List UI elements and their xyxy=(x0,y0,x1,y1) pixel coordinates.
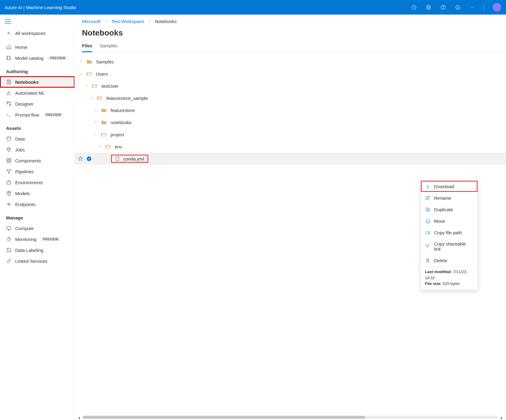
sidebar-endpoints-label: Endpoints xyxy=(15,202,36,207)
jobs-icon xyxy=(6,147,12,152)
sidebar-home[interactable]: Home xyxy=(0,42,74,52)
chevron-down-icon[interactable] xyxy=(88,96,95,100)
sidebar-designer[interactable]: Designer xyxy=(0,98,74,109)
sidebar-prompt-flow[interactable]: Prompt flow PREVIEW xyxy=(0,109,74,120)
help-icon[interactable] xyxy=(440,4,446,10)
delete-icon xyxy=(425,258,430,263)
all-workspaces-label: All workspaces xyxy=(15,31,46,36)
sidebar-model-catalog-label: Model catalog xyxy=(15,56,43,61)
sidebar-environments-label: Environments xyxy=(15,180,43,185)
share-icon xyxy=(425,244,430,249)
folder-open-icon xyxy=(92,83,98,88)
chevron-right-icon[interactable] xyxy=(78,60,84,63)
tree-samples[interactable]: Samples xyxy=(75,56,506,68)
svg-point-3 xyxy=(443,8,443,8)
settings-icon[interactable] xyxy=(426,4,432,10)
back-arrow-icon xyxy=(6,30,12,36)
pipelines-icon xyxy=(6,169,12,174)
feedback-icon[interactable] xyxy=(455,4,461,10)
sidebar-data[interactable]: Data xyxy=(0,133,74,144)
menu-download[interactable]: Download xyxy=(421,181,478,192)
check-badge-icon xyxy=(86,156,92,161)
sidebar-automated-ml[interactable]: Automated ML xyxy=(0,87,74,98)
recent-icon[interactable] xyxy=(411,4,417,10)
section-authoring: Authoring xyxy=(0,63,74,76)
menu-copylink-label: Copy shareable link xyxy=(434,241,474,252)
sidebar-notebooks-label: Notebooks xyxy=(15,80,39,85)
chevron-down-icon[interactable] xyxy=(97,145,103,148)
chevron-right-icon xyxy=(104,19,108,24)
file-tree: Samples Users testUser featurestore_samp… xyxy=(75,52,506,168)
chevron-right-icon[interactable] xyxy=(92,108,99,112)
menu-footer: Last modified: 7/11/23, 14:32 File size:… xyxy=(421,266,478,290)
svg-point-6 xyxy=(458,7,459,7)
sidebar-pipelines[interactable]: Pipelines xyxy=(0,166,74,177)
folder-icon xyxy=(101,120,107,125)
svg-point-1 xyxy=(428,7,429,8)
file-size-label: File size: xyxy=(425,281,442,286)
chevron-down-icon[interactable] xyxy=(78,72,84,76)
chevron-down-icon[interactable] xyxy=(469,4,475,10)
sidebar-components[interactable]: Components xyxy=(0,155,74,166)
sidebar-jobs-label: Jobs xyxy=(15,147,25,152)
tab-files[interactable]: Files xyxy=(82,43,92,52)
menu-copypath-label: Copy file path xyxy=(434,230,462,235)
file-icon xyxy=(115,156,120,161)
sidebar: All workspaces Home Model catalog PREVIE… xyxy=(0,15,75,420)
sidebar-endpoints[interactable]: Endpoints xyxy=(0,199,74,210)
menu-duplicate[interactable]: Duplicate xyxy=(421,204,478,215)
sidebar-linked-services[interactable]: Linked Services xyxy=(0,256,74,266)
home-icon xyxy=(6,44,12,50)
catalog-icon xyxy=(6,55,12,61)
scroll-right-icon[interactable] xyxy=(500,416,503,419)
section-assets: Assets xyxy=(0,120,74,133)
scroll-left-icon[interactable] xyxy=(78,416,81,419)
scroll-thumb[interactable] xyxy=(83,416,365,419)
tree-featurestore-sample[interactable]: featurestore_sample xyxy=(75,92,506,104)
star-icon[interactable] xyxy=(78,156,83,161)
svg-rect-20 xyxy=(7,181,11,184)
sidebar-notebooks[interactable]: Notebooks xyxy=(0,76,74,87)
horizontal-scrollbar[interactable] xyxy=(78,415,503,419)
all-workspaces-link[interactable]: All workspaces xyxy=(0,28,74,39)
sidebar-jobs[interactable]: Jobs xyxy=(0,144,74,155)
tree-label: notebooks xyxy=(111,120,132,125)
menu-rename[interactable]: Rename xyxy=(421,192,478,204)
menu-delete[interactable]: Delete xyxy=(421,255,478,266)
sidebar-monitoring[interactable]: Monitoring PREVIEW xyxy=(0,234,74,245)
chevron-right-icon xyxy=(148,19,151,24)
sidebar-data-labeling[interactable]: Data Labeling xyxy=(0,245,74,256)
svg-rect-10 xyxy=(9,104,11,106)
chevron-down-icon[interactable] xyxy=(83,84,90,88)
scroll-track[interactable] xyxy=(83,416,498,419)
tree-project[interactable]: project xyxy=(75,128,506,141)
menu-copy-link[interactable]: Copy shareable link xyxy=(421,238,478,255)
tree-users[interactable]: Users xyxy=(75,68,506,80)
user-avatar[interactable] xyxy=(493,3,501,12)
chevron-right-icon[interactable] xyxy=(92,120,99,124)
tabs: Files Samples xyxy=(75,43,506,52)
chevron-down-icon[interactable] xyxy=(92,133,99,136)
tree-env[interactable]: env xyxy=(75,141,506,153)
context-menu: Download Rename Duplicate Move Copy file… xyxy=(420,180,478,290)
breadcrumb-microsoft[interactable]: Microsoft xyxy=(82,19,101,24)
top-bar-actions xyxy=(411,3,501,12)
breadcrumb: Microsoft Test-Workspace Notebooks xyxy=(75,15,506,27)
tree-featurestore[interactable]: featurestore xyxy=(75,104,506,116)
sidebar-model-catalog[interactable]: Model catalog PREVIEW xyxy=(0,52,74,63)
menu-toggle-icon[interactable] xyxy=(0,17,74,28)
tree-testuser[interactable]: testUser xyxy=(75,80,506,92)
breadcrumb-workspace[interactable]: Test-Workspace xyxy=(111,19,144,24)
section-manage: Manage xyxy=(0,210,74,223)
svg-rect-13 xyxy=(7,158,8,160)
tree-label: env xyxy=(115,144,122,149)
sidebar-compute[interactable]: Compute xyxy=(0,223,74,234)
sidebar-environments[interactable]: Environments xyxy=(0,177,74,188)
menu-move[interactable]: Move xyxy=(421,215,478,227)
divider xyxy=(484,4,484,11)
sidebar-models[interactable]: Models xyxy=(0,188,74,199)
tab-samples[interactable]: Samples xyxy=(100,43,117,52)
menu-copy-path[interactable]: Copy file path xyxy=(421,227,478,238)
tree-notebooks-folder[interactable]: notebooks xyxy=(75,116,506,128)
tree-conda-file[interactable]: conda.yml xyxy=(75,153,506,165)
